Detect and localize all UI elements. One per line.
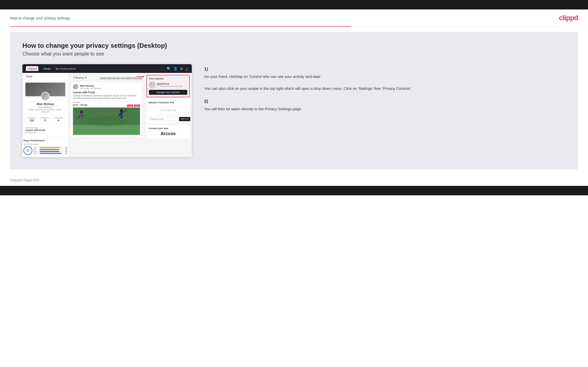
performance-section: Player Performance Total Player Quality … — [22, 137, 68, 157]
feed-tab[interactable]: Feed — [22, 73, 68, 80]
profile-avatar — [41, 92, 50, 101]
header-divider — [10, 26, 578, 27]
trackman-input[interactable] — [148, 117, 178, 121]
svg-point-3 — [80, 110, 83, 113]
page-subheading: Choose what you want people to see — [22, 51, 566, 57]
activity-user: Blair McHarg — [80, 85, 101, 87]
activity-header: Blair McHarg Yesterday · Sunningdale — [73, 84, 140, 90]
activity-avatar — [73, 84, 78, 90]
activity-desc: Looking to feel like my hands are exitin… — [73, 95, 140, 100]
footer-text: Copyright Clippd 2022 — [10, 178, 40, 182]
add-link-button[interactable]: Add Link — [179, 117, 190, 121]
quality-row: 92 OTT 90 APP 85 — [22, 146, 68, 155]
svg-rect-4 — [81, 113, 83, 120]
coach-avatar — [149, 81, 156, 88]
following-button[interactable]: Following ▼ — [71, 75, 89, 80]
bar-arg: ARG 86 — [33, 151, 67, 152]
header: How to change your privacy settings clip… — [0, 9, 588, 26]
nav-my-performance[interactable]: My Performance — [56, 67, 76, 70]
feed-control-wrapper: Following ▼ Control who can see your act… — [71, 75, 142, 80]
upload-section: Upload a Trackman Test Trackman Link Add… — [146, 99, 190, 123]
trackman-placeholder: Trackman Link — [148, 105, 188, 115]
connect-section: Connect your data Arccos — [146, 125, 190, 138]
latest-activity: Latest Activity Lesson with Fordy 03 Aug… — [25, 126, 65, 135]
coaches-panel: Your Coaches David Ford 📍 Royal North De… — [146, 75, 190, 97]
user-icon[interactable]: 👤 — [173, 67, 178, 71]
location-icon: 📍 — [157, 85, 159, 87]
instructions: 1) On your Feed, click/tap on 'Control w… — [199, 64, 566, 119]
instruction-2-text: You will then be taken directly to the P… — [204, 106, 566, 112]
profile-banner — [25, 83, 65, 96]
instruction-1: 1) On your Feed, click/tap on 'Control w… — [204, 67, 566, 92]
footer: Copyright Clippd 2022 — [0, 174, 588, 186]
nav-home[interactable]: Home — [43, 67, 51, 70]
instruction-2-num: 2) — [204, 99, 566, 104]
coach-item: David Ford 📍 Royal North Devon Golf Club — [149, 81, 187, 88]
bar-putt: PUTT 96 — [33, 153, 67, 154]
badge-app: APP — [134, 105, 140, 107]
instruction-1-num: 1) — [204, 67, 566, 72]
instruction-1-text: On your Feed, click/tap on 'Control who … — [204, 74, 566, 92]
avatar-icon[interactable]: △ — [186, 67, 188, 71]
badge-row: OTT APP — [127, 105, 140, 107]
logo: clippd — [559, 14, 578, 22]
search-icon[interactable]: 🔍 — [167, 67, 171, 71]
activity-date: Yesterday · Sunningdale — [80, 87, 101, 89]
add-icon[interactable]: ⊕ — [180, 67, 183, 71]
app-sidebar: Feed Blair McHarg Plus Handicap Royal No… — [22, 73, 68, 157]
manage-coaches-button[interactable]: Manage Your Coaches — [149, 90, 187, 95]
bar-app: APP 85 — [33, 149, 67, 150]
quality-bars: OTT 90 APP 85 ARG — [33, 147, 67, 155]
connect-title: Connect your data — [148, 127, 188, 130]
stat-following: Following 4 — [54, 117, 63, 122]
arrowhead — [142, 75, 144, 78]
page-heading: How to change your privacy settings (Des… — [22, 42, 566, 50]
bar-ott: OTT 90 — [33, 147, 67, 148]
profile-handicap: Plus Handicap — [25, 106, 65, 108]
trackman-input-row: Add Link — [148, 117, 188, 121]
app-nav: clippd Home My Performance 🔍 👤 ⊕ △ — [22, 64, 192, 73]
chevron-down-icon: ▼ — [84, 76, 87, 79]
coaches-title: Your Coaches — [149, 77, 187, 80]
profile-name: Blair McHarg — [25, 103, 65, 105]
arccos-logo: Arccos — [148, 131, 188, 136]
coach-name: David Ford — [157, 83, 182, 85]
app-right-panel: Your Coaches David Ford 📍 Royal North De… — [144, 73, 192, 157]
nav-icons: 🔍 👤 ⊕ △ — [167, 67, 188, 71]
app-mockup: clippd Home My Performance 🔍 👤 ⊕ △ Feed — [22, 64, 192, 157]
instruction-2: 2) You will then be taken directly to th… — [204, 99, 566, 112]
header-title: How to change your privacy settings — [10, 16, 70, 20]
svg-point-7 — [120, 109, 123, 112]
feed-header-row: Following ▼ Control who can see your act… — [71, 75, 142, 80]
profile-club: Royal North Devon Golf Club, United King… — [25, 108, 65, 113]
top-bar — [0, 0, 588, 9]
svg-rect-8 — [121, 112, 123, 118]
stat-followers: Followers 3 — [41, 117, 49, 122]
svg-rect-1 — [73, 125, 140, 135]
profile-section: Blair McHarg Plus Handicap Royal North D… — [22, 80, 68, 137]
profile-stats: Activities 131 Followers 3 Following 4 — [25, 115, 65, 124]
activity-image — [73, 107, 140, 135]
app-logo: clippd — [26, 66, 38, 71]
badge-ott: OTT — [127, 105, 133, 107]
app-feed: Following ▼ Control who can see your act… — [68, 73, 144, 157]
quality-circle: 92 — [23, 146, 32, 155]
stat-activities: Activities 131 — [28, 117, 36, 122]
control-link[interactable]: Control who can see your activity and da… — [100, 77, 142, 79]
coach-club: Royal North Devon Golf Club — [160, 85, 182, 87]
activity-title: Lesson with Fordy — [73, 91, 140, 94]
app-body: Feed Blair McHarg Plus Handicap Royal No… — [22, 73, 192, 157]
content-layout: clippd Home My Performance 🔍 👤 ⊕ △ Feed — [22, 64, 566, 157]
duration-value: 01 hr : 30 min — [73, 104, 87, 106]
duration-label: Duration — [73, 101, 140, 103]
activity-card: Blair McHarg Yesterday · Sunningdale Les… — [71, 82, 142, 137]
main-content: How to change your privacy settings (Des… — [10, 32, 578, 169]
upload-title: Upload a Trackman Test — [148, 101, 188, 104]
quality-label: Total Player Quality — [22, 143, 68, 145]
bottom-bar — [0, 186, 588, 195]
